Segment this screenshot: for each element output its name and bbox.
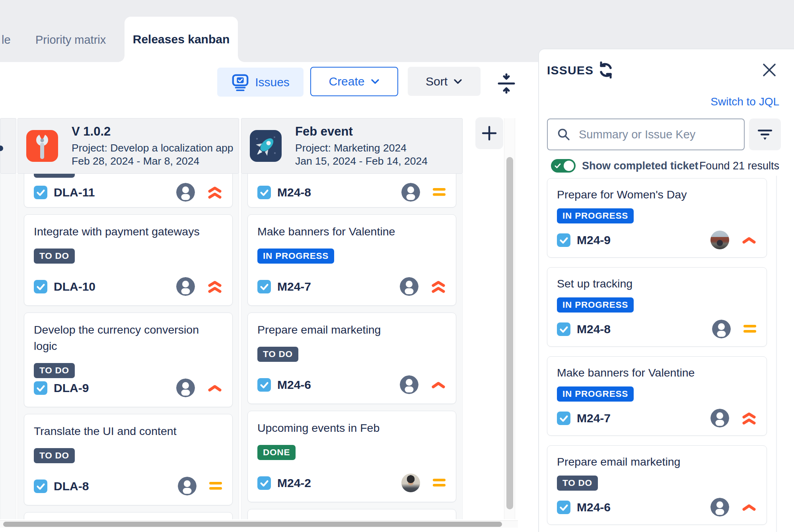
task-type-icon: [557, 501, 570, 514]
issue-title: Set up tracking: [557, 276, 757, 292]
issues-board-icon: [231, 73, 249, 91]
collapse-all-button[interactable]: [493, 70, 520, 97]
status-badge: TO DO: [34, 249, 75, 264]
column-header[interactable]: Feb event Project: Marketing 2024 Jan 15…: [241, 118, 463, 174]
add-column-button[interactable]: [475, 117, 503, 149]
issue-title: Develop the currency conversion logic: [34, 322, 223, 354]
column-dates: Feb 28, 2024 - Mar 8, 2024: [72, 155, 234, 168]
sort-button[interactable]: Sort: [408, 67, 481, 96]
column-body[interactable]: TO DO DLA-11 Integrate with payment gate…: [18, 174, 239, 519]
status-badge: IN PROGRESS: [257, 249, 334, 264]
show-completed-toggle[interactable]: [551, 159, 576, 173]
issue-key-row: DLA-8: [34, 477, 223, 495]
tab-partial[interactable]: le: [2, 33, 11, 47]
issue-card-clipped[interactable]: [247, 509, 456, 519]
issues-panel: ISSUES Switch to JQL: [538, 49, 794, 532]
issue-key: DLA-11: [54, 186, 95, 199]
assignee-photo-avatar: [401, 474, 420, 492]
refresh-icon[interactable]: [595, 60, 617, 82]
scrollbar-thumb[interactable]: [506, 157, 513, 509]
toggle-row: Show completed ticket Found 21 results: [539, 159, 794, 173]
issue-title: Upcoming events in Feb: [257, 420, 446, 436]
wrench-icon: [26, 130, 58, 162]
issue-card[interactable]: Make banners for Valentine IN PROGRESS M…: [247, 214, 456, 306]
priority-medium-icon: [743, 324, 757, 334]
task-type-icon: [557, 412, 570, 425]
priority-medium-icon: [208, 481, 223, 491]
status-badge: TO DO: [257, 347, 298, 362]
issue-key-row: M24-8: [557, 320, 757, 338]
issue-key: M24-7: [277, 280, 311, 293]
priority-highest-icon: [207, 280, 223, 294]
issue-card[interactable]: Integrate with payment gateways TO DO DL…: [24, 214, 233, 306]
issue-title: Prepare for Women's Day: [557, 186, 757, 203]
kanban-column-feb-event: Feb event Project: Marketing 2024 Jan 15…: [241, 118, 463, 519]
issue-card[interactable]: Prepare for Women's Day IN PROGRESS M24-…: [547, 178, 767, 258]
column-body[interactable]: M24-8 Make banners for Valentine IN PROG…: [241, 174, 463, 519]
board-horizontal-scrollbar[interactable]: [0, 520, 518, 528]
plus-icon: [481, 125, 497, 141]
priority-medium-icon: [432, 478, 446, 488]
tab-releases-kanban-label: Releases kanban: [133, 33, 230, 46]
issue-card[interactable]: Upcoming events in Feb DONE M24-2: [247, 411, 456, 502]
column-header[interactable]: V 1.0.2 Project: Develop a localization …: [18, 118, 239, 174]
issue-card[interactable]: TO DO DLA-11: [24, 174, 233, 208]
issue-key-row: M24-9: [557, 231, 757, 249]
priority-highest-icon: [207, 185, 223, 200]
issue-card[interactable]: M24-8: [247, 174, 456, 208]
create-button[interactable]: Create: [310, 67, 398, 96]
tab-priority-matrix[interactable]: Priority matrix: [35, 33, 106, 47]
toggle-label: Show completed ticket: [582, 160, 699, 172]
issue-card[interactable]: Translate the UI and content TO DO DLA-8: [24, 414, 233, 505]
filter-button[interactable]: [749, 118, 781, 150]
tab-releases-kanban[interactable]: Releases kanban: [125, 17, 238, 62]
issue-key-row: DLA-9: [34, 379, 223, 397]
status-badge: TO DO: [557, 476, 598, 491]
assignee-avatar: [401, 183, 420, 202]
chevron-down-icon: [453, 78, 463, 85]
task-type-icon: [557, 322, 570, 336]
close-icon[interactable]: [761, 62, 777, 78]
issue-key: DLA-9: [54, 381, 89, 395]
issue-title: Translate the UI and content: [34, 423, 223, 439]
priority-high-icon: [741, 235, 757, 245]
issue-card[interactable]: Make banners for Valentine IN PROGRESS M…: [547, 356, 767, 436]
task-type-icon: [257, 476, 271, 490]
issue-title: Prepare email marketing: [557, 454, 757, 470]
column-title: V 1.0.2: [72, 124, 234, 139]
board-vertical-scrollbar[interactable]: [504, 118, 515, 519]
issue-card[interactable]: Set up tracking IN PROGRESS M24-8: [547, 267, 767, 347]
assignee-avatar: [176, 379, 195, 397]
panel-scroll-divider: [776, 176, 777, 532]
issue-key: DLA-8: [54, 480, 89, 493]
priority-high-icon: [207, 383, 223, 393]
assignee-avatar: [712, 320, 731, 338]
switch-to-jql-link[interactable]: Switch to JQL: [710, 95, 779, 108]
search-input[interactable]: [578, 128, 727, 142]
issues-button[interactable]: Issues: [217, 68, 304, 97]
issue-key: M24-6: [577, 501, 611, 514]
column-header: [0, 118, 16, 174]
assignee-avatar: [710, 498, 729, 516]
issue-card[interactable]: Prepare email marketing TO DO M24-6: [547, 445, 767, 525]
search-icon: [557, 127, 571, 142]
issue-key: M24-2: [277, 476, 311, 490]
issue-title: Make banners for Valentine: [557, 365, 757, 381]
assignee-avatar: [176, 183, 195, 202]
assignee-avatar: [178, 477, 197, 495]
scrollbar-thumb[interactable]: [3, 522, 502, 527]
status-badge: TO DO: [34, 448, 75, 463]
status-badge: IN PROGRESS: [557, 297, 634, 313]
priority-high-icon: [741, 503, 757, 512]
kanban-column-v102: V 1.0.2 Project: Develop a localization …: [18, 118, 239, 519]
task-type-icon: [34, 186, 47, 199]
assignee-avatar: [400, 375, 418, 394]
assignee-photo-avatar: [710, 231, 729, 249]
issue-key: M24-8: [277, 186, 311, 199]
issue-key-row: M24-6: [257, 375, 446, 394]
priority-highest-icon: [430, 280, 446, 294]
issue-card[interactable]: Develop the currency conversion logic TO…: [24, 313, 233, 407]
priority-medium-icon: [432, 187, 446, 197]
issue-card[interactable]: Prepare email marketing TO DO M24-6: [247, 313, 456, 404]
issue-card-clipped[interactable]: [24, 512, 233, 519]
